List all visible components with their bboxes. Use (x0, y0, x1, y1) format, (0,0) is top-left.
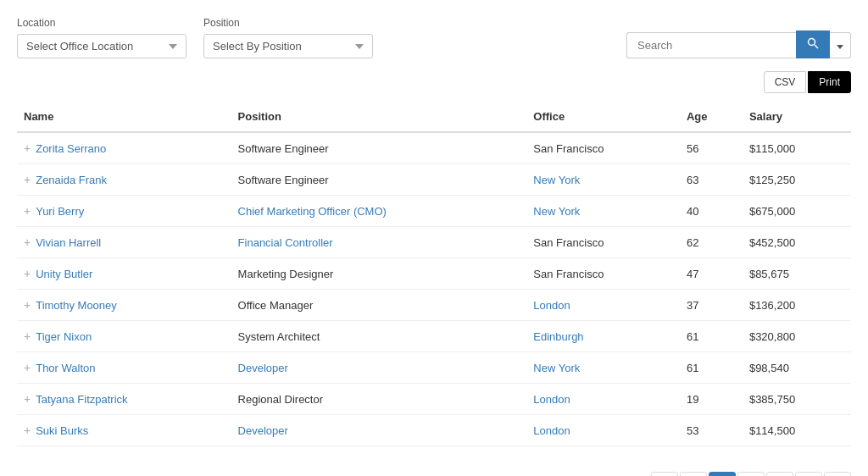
age-cell: 56 (680, 132, 743, 164)
table-row: +Timothy MooneyOffice ManagerLondon37$13… (17, 290, 851, 321)
age-cell: 47 (680, 258, 743, 290)
col-salary: Salary (743, 102, 851, 132)
name-link[interactable]: Timothy Mooney (36, 299, 117, 312)
name-link[interactable]: Suki Burks (36, 424, 88, 437)
salary-cell: $675,000 (743, 196, 851, 227)
position-label: Position (203, 17, 373, 29)
name-cell: +Tatyana Fitzpatrick (17, 384, 231, 415)
page-first-button[interactable]: « (651, 472, 678, 476)
position-link[interactable]: Developer (238, 362, 288, 374)
name-cell: +Vivian Harrell (17, 227, 231, 258)
search-button[interactable] (796, 30, 830, 58)
age-cell: 62 (680, 227, 743, 258)
position-link[interactable]: Chief Marketing Officer (CMO) (238, 205, 387, 218)
name-cell: +Zorita Serrano (17, 132, 231, 164)
col-age: Age (680, 102, 743, 132)
office-link[interactable]: New York (533, 174, 580, 186)
office-link[interactable]: London (533, 424, 570, 437)
export-bar: CSV Print (17, 71, 851, 93)
expand-icon[interactable]: + (24, 267, 31, 280)
page-1-button[interactable]: 1 (709, 472, 736, 476)
location-label: Location (17, 17, 186, 29)
position-cell: Regional Director (231, 384, 527, 415)
search-dropdown-button[interactable] (830, 32, 851, 58)
name-link[interactable]: Tatyana Fitzpatrick (36, 393, 127, 406)
office-link[interactable]: New York (533, 205, 580, 218)
name-cell: +Suki Burks (17, 415, 231, 446)
age-cell: 37 (680, 290, 743, 321)
expand-icon[interactable]: + (24, 141, 31, 155)
age-cell: 61 (680, 321, 743, 352)
office-cell: London (526, 384, 680, 415)
salary-cell: $385,750 (743, 384, 851, 415)
salary-cell: $115,000 (743, 132, 851, 164)
col-position: Position (231, 102, 527, 132)
expand-icon[interactable]: + (24, 329, 31, 343)
table-row: +Suki BurksDeveloperLondon53$114,500 (17, 415, 851, 446)
salary-cell: $125,250 (743, 164, 851, 196)
position-link[interactable]: Financial Controller (238, 236, 333, 249)
table-row: +Zorita SerranoSoftware EngineerSan Fran… (17, 132, 851, 164)
name-link[interactable]: Tiger Nixon (36, 330, 92, 343)
position-filter-group: Position Select By Position (203, 17, 373, 58)
page-next-button[interactable]: › (795, 472, 822, 476)
age-cell: 61 (680, 352, 743, 384)
salary-cell: $136,200 (743, 290, 851, 321)
search-group (626, 30, 851, 58)
expand-icon[interactable]: + (24, 298, 31, 312)
office-link[interactable]: New York (533, 362, 580, 374)
office-link[interactable]: Edinburgh (533, 330, 583, 343)
csv-button[interactable]: CSV (764, 71, 807, 93)
salary-cell: $85,675 (743, 258, 851, 290)
name-cell: +Thor Walton (17, 352, 231, 384)
col-name: Name (17, 102, 231, 132)
table-row: +Thor WaltonDeveloperNew York61$98,540 (17, 352, 851, 384)
expand-icon[interactable]: + (24, 392, 31, 406)
page-3-button[interactable]: 3 (766, 472, 793, 476)
table-header: Name Position Office Age Salary (17, 102, 851, 132)
position-cell: Developer (231, 352, 527, 384)
svg-point-0 (809, 39, 815, 46)
position-link[interactable]: Developer (238, 424, 288, 437)
filter-bar: Location Select Office Location Position… (17, 17, 851, 58)
office-cell: New York (526, 352, 680, 384)
position-cell: Chief Marketing Officer (CMO) (231, 196, 527, 227)
name-link[interactable]: Yuri Berry (36, 205, 84, 218)
expand-icon[interactable]: + (24, 361, 31, 374)
table-row: +Vivian HarrellFinancial ControllerSan F… (17, 227, 851, 258)
page-last-button[interactable]: » (824, 472, 851, 476)
location-filter-group: Location Select Office Location (17, 17, 186, 58)
name-link[interactable]: Zorita Serrano (36, 142, 106, 155)
position-cell: Marketing Designer (231, 258, 527, 290)
expand-icon[interactable]: + (24, 173, 31, 186)
position-cell: Financial Controller (231, 227, 527, 258)
name-cell: +Unity Butler (17, 258, 231, 290)
position-cell: Software Engineer (231, 164, 527, 196)
page-prev-button[interactable]: ‹ (680, 472, 707, 476)
name-link[interactable]: Zenaida Frank (36, 174, 107, 186)
position-select[interactable]: Select By Position (203, 34, 373, 58)
position-cell: Software Engineer (231, 132, 527, 164)
office-link[interactable]: London (533, 393, 570, 406)
page-2-button[interactable]: 2 (737, 472, 765, 476)
data-table: Name Position Office Age Salary +Zorita … (17, 102, 851, 446)
name-cell: +Timothy Mooney (17, 290, 231, 321)
office-cell: Edinburgh (526, 321, 680, 352)
search-input[interactable] (626, 32, 796, 58)
position-cell: Office Manager (231, 290, 527, 321)
name-link[interactable]: Unity Butler (36, 268, 92, 280)
age-cell: 53 (680, 415, 743, 446)
age-cell: 19 (680, 384, 743, 415)
name-cell: +Zenaida Frank (17, 164, 231, 196)
location-select[interactable]: Select Office Location (17, 34, 186, 58)
name-link[interactable]: Thor Walton (36, 362, 95, 374)
name-link[interactable]: Vivian Harrell (36, 236, 101, 249)
expand-icon[interactable]: + (24, 235, 31, 249)
pagination: « ‹ 1 2 3 › » (17, 463, 851, 476)
expand-icon[interactable]: + (24, 204, 31, 218)
table-row: +Tatyana FitzpatrickRegional DirectorLon… (17, 384, 851, 415)
office-link[interactable]: London (533, 299, 570, 312)
expand-icon[interactable]: + (24, 423, 31, 437)
name-cell: +Tiger Nixon (17, 321, 231, 352)
print-button[interactable]: Print (808, 71, 851, 93)
